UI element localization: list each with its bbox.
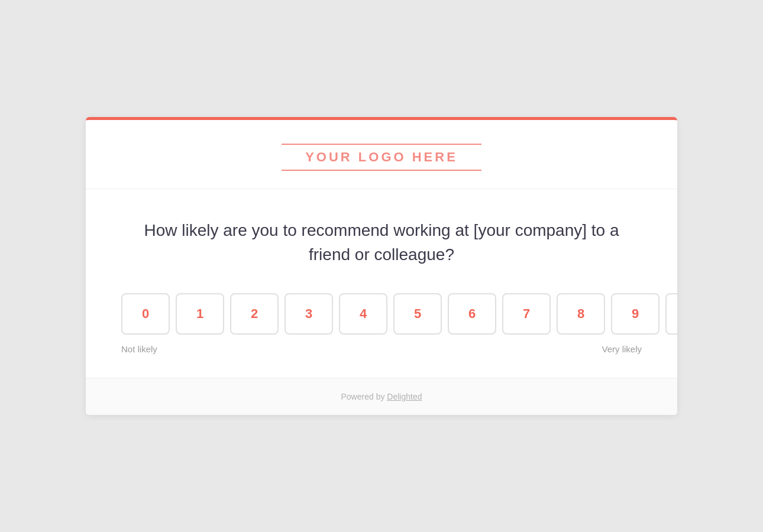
scale-button-6[interactable]: 6 xyxy=(448,293,496,335)
scale-button-7[interactable]: 7 xyxy=(502,293,551,335)
scale-button-2[interactable]: 2 xyxy=(230,293,279,335)
scale-button-5[interactable]: 5 xyxy=(393,293,442,335)
logo-section: YOUR LOGO HERE xyxy=(86,120,677,189)
logo-placeholder: YOUR LOGO HERE xyxy=(282,144,481,171)
scale-button-3[interactable]: 3 xyxy=(284,293,333,335)
footer-section: Powered by Delighted xyxy=(86,378,677,415)
scale-button-9[interactable]: 9 xyxy=(611,293,659,335)
survey-card: YOUR LOGO HERE How likely are you to rec… xyxy=(86,117,677,415)
scale-button-0[interactable]: 0 xyxy=(121,293,170,335)
scale-button-1[interactable]: 1 xyxy=(176,293,224,335)
scale-button-10[interactable]: 10 xyxy=(665,293,677,335)
scale-label-high: Very likely xyxy=(602,344,642,354)
delighted-link[interactable]: Delighted xyxy=(387,392,422,401)
scale-button-4[interactable]: 4 xyxy=(339,293,387,335)
survey-question: How likely are you to recommend working … xyxy=(121,219,642,267)
scale-buttons-container: 012345678910 xyxy=(121,293,642,335)
scale-labels: Not likely Very likely xyxy=(121,344,642,354)
question-section: How likely are you to recommend working … xyxy=(86,189,677,378)
powered-by-text: Powered by Delighted xyxy=(341,392,422,401)
scale-button-8[interactable]: 8 xyxy=(557,293,605,335)
scale-label-low: Not likely xyxy=(121,344,157,354)
